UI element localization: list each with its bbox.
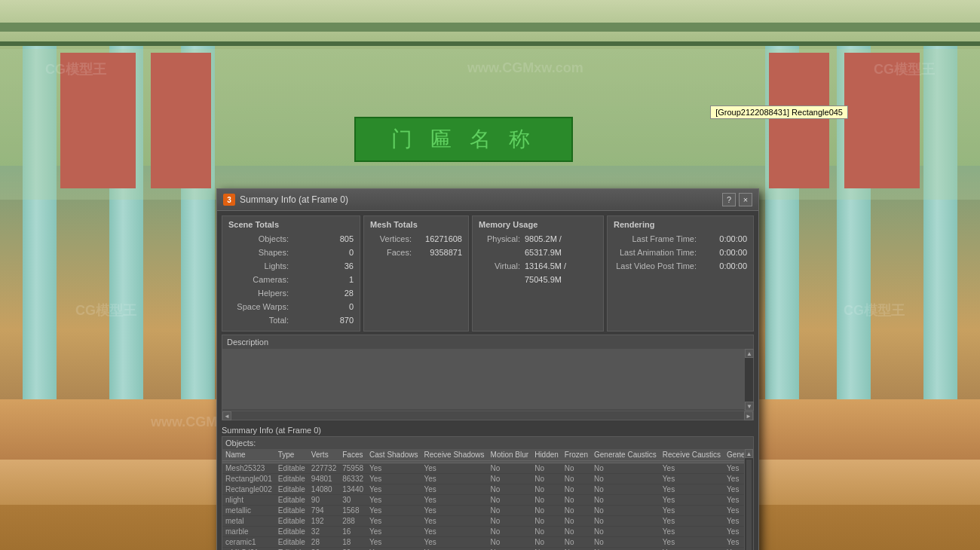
scene-cameras-value: 1 [349, 273, 354, 286]
table-cell-7: No [531, 463, 562, 474]
table-cell-6: No [488, 537, 532, 548]
table-cell-2: 36 [308, 548, 339, 551]
close-button[interactable]: × [739, 193, 752, 206]
table-cell-1: Editable [275, 495, 308, 506]
table-cell-2: 227732 [308, 463, 339, 474]
table-cell-6: No [488, 516, 532, 527]
description-h-scrollbar: ◄ ► [222, 411, 753, 420]
table-body: Mesh25323Editable22773275958YesYesNoNoNo… [222, 463, 744, 551]
table-cell-11: Yes [724, 463, 744, 474]
memory-physical-label: Physical: [479, 232, 520, 259]
table-cell-3: 288 [339, 516, 366, 527]
table-cell-7: No [531, 548, 562, 551]
description-wrapper: ▲ ▼ [222, 349, 753, 411]
table-row: Rectangle001Editable9480186332YesYesNoNo… [222, 474, 744, 484]
table-cell-3: 86332 [339, 474, 366, 484]
table-cell-9: No [591, 506, 660, 516]
table-cell-3: 30 [339, 495, 366, 506]
table-cell-3: 16 [339, 527, 366, 537]
roof-beam [0, 23, 980, 32]
desc-scroll-down[interactable]: ▼ [745, 402, 754, 411]
table-cell-10: Yes [660, 537, 724, 548]
table-cell-8: No [562, 474, 591, 484]
col-name: Name [222, 449, 275, 461]
table-cell-11: Yes [724, 527, 744, 537]
table-container[interactable]: Name Type Verts Faces Cast Shadows Recei… [222, 449, 744, 550]
table-cell-6: No [488, 527, 532, 537]
table-cell-9: No [591, 548, 660, 551]
description-textarea[interactable] [222, 349, 744, 409]
table-cell-4: Yes [366, 506, 421, 516]
scene-objects-value: 805 [340, 232, 354, 246]
rendering-title: Rendering [614, 220, 747, 229]
table-cell-7: No [531, 537, 562, 548]
table-cell-1: Editable [275, 516, 308, 527]
table-cell-2: 90 [308, 495, 339, 506]
col-motion-blur: Motion Blur [488, 449, 532, 461]
table-cell-1: Editable [275, 463, 308, 474]
scene-helpers-value: 28 [345, 286, 354, 300]
rendering-video-row: Last Video Post Time: 0:00:00 [614, 259, 747, 273]
table-cell-1: Editable [275, 527, 308, 537]
objects-table: Name Type Verts Faces Cast Shadows Recei… [222, 449, 744, 550]
table-cell-0: metal [222, 516, 275, 527]
scroll-thumb[interactable] [746, 460, 752, 550]
table-cell-6: No [488, 463, 532, 474]
table-cell-10: Yes [660, 548, 724, 551]
desc-scroll-track [231, 411, 744, 420]
table-cell-6: No [488, 484, 532, 495]
table-cell-6: No [488, 548, 532, 551]
table-cell-6: No [488, 495, 532, 506]
mesh-faces-row: Faces: 9358871 [370, 246, 462, 259]
help-button[interactable]: ? [722, 193, 736, 206]
col-faces: Faces [339, 449, 366, 461]
table-cell-3: 13440 [339, 484, 366, 495]
scene-shapes-value: 0 [349, 246, 354, 259]
memory-usage-panel: Memory Usage Physical: 9805.2M / 65317.9… [472, 215, 604, 332]
table-row: marbleEditable3216YesYesNoNoNoNoYesYes [222, 527, 744, 537]
rendering-frame-row: Last Frame Time: 0:00:00 [614, 232, 747, 246]
tooltip-text: [Group2122088431] Rectangle045 [715, 108, 843, 117]
table-cell-8: No [562, 537, 591, 548]
table-cell-5: Yes [421, 484, 488, 495]
table-cell-3: 1568 [339, 506, 366, 516]
table-cell-10: Yes [660, 527, 724, 537]
table-cell-11: Yes [724, 516, 744, 527]
desc-scroll-up[interactable]: ▲ [745, 349, 754, 358]
rendering-anim-row: Last Animation Time: 0:00:00 [614, 246, 747, 259]
info-panels-row: Scene Totals Objects: 805 Shapes: 0 Ligh… [222, 215, 754, 332]
table-cell-9: No [591, 463, 660, 474]
col-hidden: Hidden [531, 449, 562, 461]
col-verts: Verts [308, 449, 339, 461]
table-cell-5: Yes [421, 516, 488, 527]
mesh-faces-value: 9358871 [430, 246, 462, 259]
col-rec-caustics: Receive Caustics [660, 449, 724, 461]
table-cell-11: Yes [724, 548, 744, 551]
scene-total-value: 870 [340, 313, 354, 327]
scroll-up-arrow[interactable]: ▲ [745, 449, 753, 458]
scene-objects-row: Objects: 805 [228, 232, 354, 246]
table-cell-7: No [531, 506, 562, 516]
scene-totals-panel: Scene Totals Objects: 805 Shapes: 0 Ligh… [222, 215, 360, 332]
rendering-panel: Rendering Last Frame Time: 0:00:00 Last … [607, 215, 754, 332]
table-cell-6: No [488, 506, 532, 516]
col-gen-caustics: Generate Caustics [591, 449, 660, 461]
table-cell-3: 18 [339, 537, 366, 548]
table-cell-2: 94801 [308, 474, 339, 484]
mesh-faces-label: Faces: [370, 246, 412, 259]
desc-scroll-left[interactable]: ◄ [222, 411, 231, 420]
table-cell-4: Yes [366, 548, 421, 551]
mesh-totals-title: Mesh Totals [370, 220, 462, 229]
table-cell-4: Yes [366, 474, 421, 484]
description-scrollbar-v: ▲ ▼ [744, 349, 753, 411]
dialog-body: Scene Totals Objects: 805 Shapes: 0 Ligh… [217, 211, 758, 550]
table-cell-9: No [591, 527, 660, 537]
desc-scroll-right[interactable]: ► [744, 411, 753, 420]
table-cell-1: Editable [275, 484, 308, 495]
table-cell-5: Yes [421, 495, 488, 506]
table-cell-9: No [591, 537, 660, 548]
table-area: Name Type Verts Faces Cast Shadows Recei… [222, 449, 753, 550]
scene-total-label: Total: [228, 313, 289, 327]
table-cell-10: Yes [660, 474, 724, 484]
dialog-title-area: 3 Summary Info (at Frame 0) [223, 194, 348, 206]
